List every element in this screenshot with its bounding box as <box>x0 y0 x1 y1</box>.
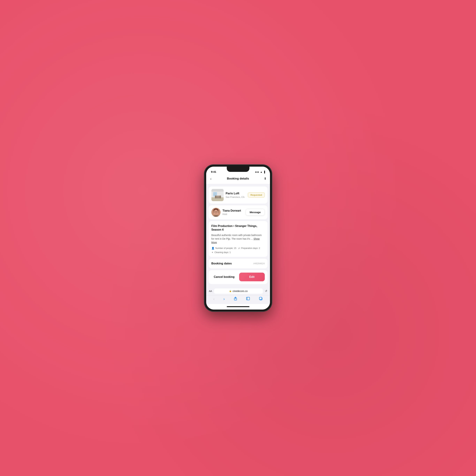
phone-screen: 9:41 ●●● ▲ ▐ ‹ Booking details ⬆ <box>206 167 270 309</box>
text-size-button[interactable]: AA <box>209 290 212 292</box>
host-role: Host <box>222 213 244 215</box>
browser-bar: AA 🔒 cinedecors.co ↺ <box>206 287 270 295</box>
listing-description: Beautiful authentic room with private ba… <box>211 233 265 244</box>
url-container[interactable]: 🔒 cinedecors.co <box>214 289 263 294</box>
property-location: San Francisco, CA <box>226 196 246 198</box>
browser-share-button[interactable] <box>232 296 239 302</box>
preparation-label: Preparation days: 2 <box>241 247 260 249</box>
refresh-button[interactable]: ↺ <box>265 289 267 293</box>
cleaning-icon: ✦ <box>211 251 214 254</box>
property-name: Paris Loft <box>226 192 246 195</box>
listing-meta: 👤 Number of people: 15 ⇄ Preparation day… <box>211 247 265 254</box>
property-image <box>211 189 224 201</box>
home-indicator <box>206 304 270 309</box>
cancel-booking-button[interactable]: Cancel booking <box>211 272 237 281</box>
svg-point-15 <box>217 211 217 212</box>
safari-nav: ‹ › <box>206 295 270 304</box>
lock-icon: 🔒 <box>229 290 232 292</box>
bookmarks-button[interactable] <box>245 296 251 302</box>
back-button[interactable]: ‹ <box>210 176 212 181</box>
svg-rect-20 <box>259 297 262 300</box>
meta-preparation: ⇄ Preparation days: 2 <box>238 247 265 250</box>
wifi-icon: ▲ <box>260 171 262 173</box>
home-bar <box>227 306 249 307</box>
phone-wrapper: 9:41 ●●● ▲ ▐ ‹ Booking details ⬆ <box>204 165 272 312</box>
svg-rect-8 <box>215 196 216 198</box>
browser-forward-button[interactable]: › <box>222 296 226 302</box>
meta-people: 👤 Number of people: 15 <box>211 247 238 250</box>
host-card: Tiana Dorwart Host Message <box>209 205 268 219</box>
signal-icon: ●●● <box>255 171 259 173</box>
status-icons: ●●● ▲ ▐ <box>255 171 265 173</box>
svg-rect-18 <box>246 297 250 300</box>
property-card: Paris Loft San Francisco, CA Requested <box>209 187 268 204</box>
people-icon: 👤 <box>211 247 214 250</box>
listing-details-card: Film Production • Stranger Things, Seaso… <box>209 221 268 257</box>
message-button[interactable]: Message <box>246 209 265 216</box>
browser-back-button[interactable]: ‹ <box>212 296 216 302</box>
tabs-button[interactable] <box>257 296 264 302</box>
booking-dates-title: Booking dates <box>211 262 232 265</box>
meta-cleaning: ✦ Cleaning days: 1 <box>211 251 238 254</box>
content-area: Paris Loft San Francisco, CA Requested <box>206 184 270 287</box>
svg-point-13 <box>214 210 218 215</box>
notch <box>227 167 249 172</box>
action-bar: Cancel booking Edit <box>209 270 268 284</box>
svg-point-14 <box>215 211 215 212</box>
nav-header: ‹ Booking details ⬆ <box>206 174 270 184</box>
host-name: Tiana Dorwart <box>222 209 244 212</box>
edit-button[interactable]: Edit <box>239 272 265 281</box>
url-display: cinedecors.co <box>233 290 248 292</box>
battery-icon: ▐ <box>263 171 265 173</box>
property-info: Paris Loft San Francisco, CA <box>226 192 246 198</box>
people-label: Number of people: 15 <box>215 247 236 249</box>
cleaning-label: Cleaning days: 1 <box>215 251 231 254</box>
listing-title: Film Production • Stranger Things, Seaso… <box>211 224 265 232</box>
status-time: 9:41 <box>211 170 216 173</box>
page-title: Booking details <box>227 177 249 180</box>
status-badge: Requested <box>248 192 265 198</box>
booking-id: #46284624 <box>253 262 265 265</box>
share-icon[interactable]: ⬆ <box>264 177 267 181</box>
avatar <box>211 208 221 217</box>
booking-dates-card: Booking dates #46284624 <box>209 259 268 268</box>
svg-rect-9 <box>220 196 221 198</box>
host-info: Tiana Dorwart Host <box>222 209 244 215</box>
preparation-icon: ⇄ <box>238 247 240 250</box>
